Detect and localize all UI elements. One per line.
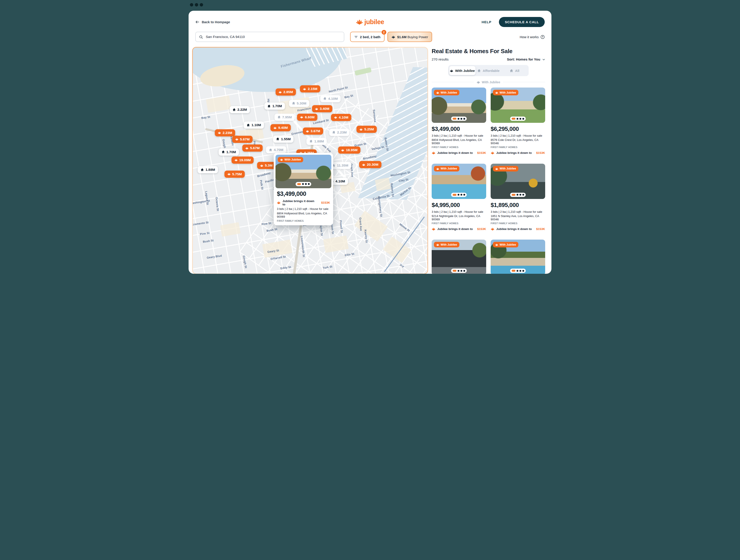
photo-carousel-dots[interactable] <box>510 268 526 273</box>
jubilee-burst-icon <box>432 227 436 231</box>
street-label: Sacramento St <box>193 221 209 227</box>
jubilee-burst-icon <box>280 158 283 161</box>
search-input[interactable] <box>205 35 341 39</box>
photo-carousel-dots[interactable] <box>451 268 467 273</box>
map-price-marker[interactable]: 5.3M <box>257 162 275 169</box>
location-search[interactable] <box>195 32 344 42</box>
help-link[interactable]: HELP <box>481 20 491 24</box>
schedule-call-button[interactable]: SCHEDULE A CALL <box>499 17 545 27</box>
map-price-marker[interactable]: 2.85M <box>275 88 296 96</box>
window-dot[interactable] <box>200 3 203 6</box>
street-label: Clay St <box>398 178 409 183</box>
question-circle-icon: ? <box>541 35 545 39</box>
chevron-down-icon <box>542 58 545 62</box>
street-label: Francisco <box>297 107 311 112</box>
map-price-marker[interactable]: 5.25M <box>357 126 377 133</box>
arrow-left-icon <box>195 20 199 24</box>
listing-card[interactable]: With Jubilee $4,995,000 3 bds | 2 ba | 1… <box>432 164 486 234</box>
listing-card[interactable]: With Jubilee $6,295,000 3 bds | 2 ba | 1… <box>491 88 545 158</box>
beds-baths-filter-chip[interactable]: 2 bed, 2 bath 2 <box>350 32 384 42</box>
jubilee-burst-icon <box>495 243 498 246</box>
map-price-marker[interactable]: 2.15M <box>300 85 320 92</box>
window-dot[interactable] <box>190 3 193 6</box>
map-price-marker[interactable]: 19.09M <box>232 156 254 164</box>
street-label: Gough <box>222 139 226 148</box>
map-price-marker[interactable]: 9.40M <box>270 124 291 131</box>
map-price-marker[interactable]: 1.88M <box>306 138 327 145</box>
street-label: Geary St <box>267 249 279 253</box>
jubilee-logo[interactable]: jubilee <box>356 18 384 26</box>
how-it-works-link[interactable]: How it works ? <box>520 35 545 39</box>
map-price-marker[interactable]: 4.10M <box>331 114 351 121</box>
with-jubilee-badge: With Jubilee <box>434 90 459 95</box>
map-price-marker[interactable]: 2.23M <box>329 129 350 136</box>
photo-carousel-dots[interactable] <box>510 117 526 121</box>
results-tabs: With Jubilee Affordable All <box>448 65 529 76</box>
map-price-marker[interactable]: 3.67M <box>303 127 323 135</box>
street-label: Vallejo St. <box>371 145 385 151</box>
photo-carousel-dots[interactable] <box>451 117 467 121</box>
street-label: California St <box>372 194 390 201</box>
street-label: Washington St <box>193 199 210 205</box>
map-price-marker[interactable]: 1.88M <box>198 166 218 173</box>
jubilee-burst-icon <box>436 167 439 171</box>
map-price-marker[interactable]: 2.23M <box>215 129 235 136</box>
listings-grid: With Jubilee $3,499,000 3 bds | 2 ba | 1… <box>432 88 545 274</box>
listing-card[interactable]: With Jubilee $1,699,000 3 bds | 2 ba | 1… <box>432 240 486 274</box>
tab-affordable[interactable]: Affordable <box>475 66 501 75</box>
listing-photo[interactable]: With Jubilee <box>491 164 545 199</box>
window-dot[interactable] <box>195 3 198 6</box>
listing-card[interactable]: With Jubilee $1,699,000 3 bds | 2 ba | 1… <box>491 240 545 274</box>
jubilee-burst-icon <box>391 35 395 39</box>
tab-with-jubilee[interactable]: With Jubilee <box>449 66 475 75</box>
tab-all[interactable]: All <box>501 66 528 75</box>
map-price-marker[interactable]: 7.95M <box>274 114 295 121</box>
listing-photo[interactable]: With Jubilee <box>432 240 486 274</box>
listing-address: 9214 Nightingale Dr, Los Angeles, CA 900… <box>432 214 486 221</box>
filter-icon <box>354 35 358 39</box>
listing-photo[interactable]: With Jubilee <box>432 88 486 123</box>
map-price-marker[interactable]: 2.22M <box>229 106 250 113</box>
with-jubilee-badge: With Jubilee <box>278 157 303 162</box>
buying-power-chip[interactable]: $1.6MBuying Power <box>387 32 432 42</box>
map-price-marker[interactable]: 1.70M <box>265 103 285 110</box>
photo-carousel-dots[interactable] <box>510 193 526 197</box>
listing-photo[interactable]: With Jubilee <box>432 164 486 199</box>
street-label: Gough St <box>242 255 248 268</box>
street-label: Pacific <box>265 178 275 184</box>
map-price-marker[interactable]: 1.10M <box>244 121 264 129</box>
jubilee-burst-icon <box>495 167 498 171</box>
map-price-marker[interactable]: 6.60M <box>297 114 317 121</box>
results-count: 270 results <box>432 58 449 62</box>
back-to-homepage-link[interactable]: Back to Hompage <box>195 20 230 24</box>
popup-photo[interactable]: With Jubilee <box>275 155 331 188</box>
photo-carousel-dots[interactable] <box>296 182 311 186</box>
map-price-marker[interactable]: 5.75M <box>224 171 245 178</box>
map-canvas[interactable]: Fishermans WharfNorth Point StBay StBay … <box>193 47 428 273</box>
map-price-marker[interactable]: 20.30M <box>359 161 381 168</box>
map-price-marker[interactable]: 4.10M <box>320 95 341 102</box>
map-price-marker[interactable]: 3.40M <box>312 105 332 112</box>
listing-deal-line: Jubilee brings it down to $153K <box>491 151 545 155</box>
listing-broker: FIRST FAMILY HOMES <box>432 146 486 148</box>
map-price-marker[interactable]: 4.70M <box>266 146 286 153</box>
map-price-marker[interactable]: 5.30M <box>289 100 309 107</box>
listing-address: 8804 Hollywood Blvd, Los Angeles, CA 900… <box>432 138 486 145</box>
map-price-marker[interactable]: 5.67M <box>242 144 263 151</box>
map-price-marker[interactable]: 1.70M <box>218 148 239 156</box>
street-label: Bush St <box>266 228 278 232</box>
map-price-marker[interactable]: 18.95M <box>338 146 360 153</box>
map-price-marker[interactable]: 1.55M <box>273 135 294 143</box>
window-controls[interactable] <box>190 3 203 6</box>
popup-address: 8804 Hollywood Blvd, Los Angeles, CA 900… <box>277 212 330 218</box>
listing-photo[interactable]: With Jubilee <box>491 240 545 274</box>
listing-photo[interactable]: With Jubilee <box>491 88 545 123</box>
jubilee-burst-icon <box>477 80 480 84</box>
map-price-marker[interactable]: 5.67M <box>232 136 253 143</box>
listing-deal-line: Jubilee brings it down to $153K <box>432 151 486 155</box>
sort-dropdown[interactable]: Sort: Homes for You <box>507 58 545 62</box>
photo-carousel-dots[interactable] <box>451 193 467 197</box>
map-listing-popup[interactable]: With Jubilee $3,499,000 Jubilee brings i… <box>274 153 333 225</box>
listing-card[interactable]: With Jubilee $1,895,000 3 bds | 2 ba | 1… <box>491 164 545 234</box>
listing-card[interactable]: With Jubilee $3,499,000 3 bds | 2 ba | 1… <box>432 88 486 158</box>
